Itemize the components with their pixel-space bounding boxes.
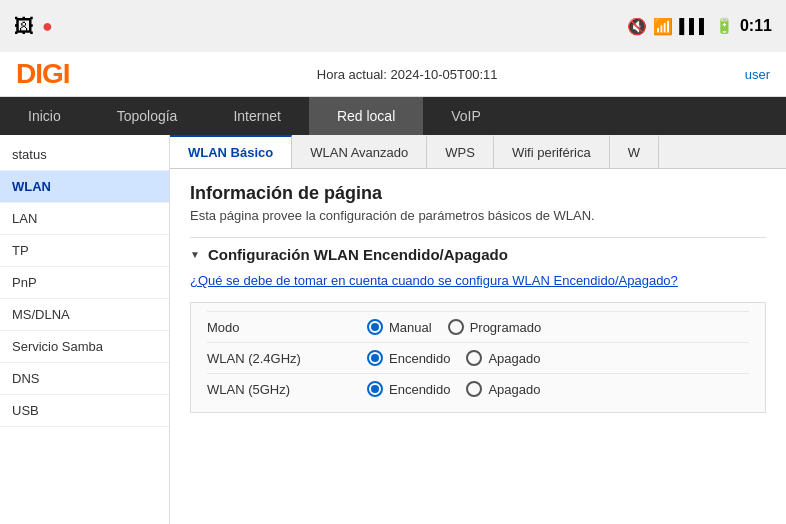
radio-apagado-5-label: Apagado <box>488 382 540 397</box>
label-wlan-24: WLAN (2.4GHz) <box>207 351 367 366</box>
tabs-bar: WLAN Básico WLAN Avanzado WPS Wifi perif… <box>170 135 786 169</box>
tab-wifi-periferica[interactable]: Wifi periférica <box>494 135 610 168</box>
tab-wlan-avanzado[interactable]: WLAN Avanzado <box>292 135 427 168</box>
tab-extra[interactable]: W <box>610 135 659 168</box>
radio-apagado-5-btn[interactable] <box>466 381 482 397</box>
radio-apagado-24[interactable]: Apagado <box>466 350 540 366</box>
sidebar-item-ms-dlna[interactable]: MS/DLNA <box>0 299 169 331</box>
sidebar-item-tp[interactable]: TP <box>0 235 169 267</box>
controls-modo: Manual Programado <box>367 319 541 335</box>
form-section: Modo Manual Programado WLAN (2 <box>190 302 766 413</box>
radio-encendido-5-btn[interactable] <box>367 381 383 397</box>
radio-manual-label: Manual <box>389 320 432 335</box>
sidebar-item-status[interactable]: status <box>0 139 169 171</box>
nav-item-internet[interactable]: Internet <box>205 97 308 135</box>
status-left-icons: 🖼 ● <box>14 15 53 38</box>
form-row-wlan-5: WLAN (5GHz) Encendido Apagado <box>207 373 749 404</box>
status-bar: 🖼 ● 🔇 📶 ▌▌▌ 🔋 0:11 <box>0 0 786 52</box>
main-layout: status WLAN LAN TP PnP MS/DLNA Servicio … <box>0 135 786 524</box>
status-right-icons: 🔇 📶 ▌▌▌ 🔋 0:11 <box>627 17 772 36</box>
nav-item-inicio[interactable]: Inicio <box>0 97 89 135</box>
nav-item-voip[interactable]: VoIP <box>423 97 509 135</box>
radio-programado-label: Programado <box>470 320 542 335</box>
circle-icon: ● <box>42 16 53 37</box>
tab-wlan-basico[interactable]: WLAN Básico <box>170 135 292 168</box>
radio-programado[interactable]: Programado <box>448 319 542 335</box>
page-desc: Esta página provee la configuración de p… <box>190 208 766 223</box>
user-link[interactable]: user <box>745 67 770 82</box>
radio-encendido-24[interactable]: Encendido <box>367 350 450 366</box>
signal-icon: ▌▌▌ <box>679 18 709 34</box>
time-display: 0:11 <box>740 17 772 35</box>
header: DIGI Hora actual: 2024-10-05T00:11 user <box>0 52 786 97</box>
triangle-icon: ▼ <box>190 249 200 260</box>
logo: DIGI <box>16 58 70 90</box>
content-area: WLAN Básico WLAN Avanzado WPS Wifi perif… <box>170 135 786 524</box>
radio-encendido-5[interactable]: Encendido <box>367 381 450 397</box>
label-modo: Modo <box>207 320 367 335</box>
radio-programado-btn[interactable] <box>448 319 464 335</box>
wifi-icon: 📶 <box>653 17 673 36</box>
section-title: Configuración WLAN Encendido/Apagado <box>208 246 508 263</box>
radio-manual-btn[interactable] <box>367 319 383 335</box>
nav-item-topologia[interactable]: Topología <box>89 97 206 135</box>
sidebar-item-wlan[interactable]: WLAN <box>0 171 169 203</box>
radio-apagado-24-btn[interactable] <box>466 350 482 366</box>
radio-apagado-5[interactable]: Apagado <box>466 381 540 397</box>
radio-manual[interactable]: Manual <box>367 319 432 335</box>
sidebar-item-servicio-samba[interactable]: Servicio Samba <box>0 331 169 363</box>
form-row-wlan-24: WLAN (2.4GHz) Encendido Apagado <box>207 342 749 373</box>
radio-encendido-5-label: Encendido <box>389 382 450 397</box>
battery-icon: 🔋 <box>715 17 734 35</box>
page-title: Información de página <box>190 183 766 204</box>
nav-item-red-local[interactable]: Red local <box>309 97 423 135</box>
radio-encendido-24-label: Encendido <box>389 351 450 366</box>
gallery-icon: 🖼 <box>14 15 34 38</box>
nav-bar: Inicio Topología Internet Red local VoIP <box>0 97 786 135</box>
current-time: Hora actual: 2024-10-05T00:11 <box>317 67 498 82</box>
radio-apagado-24-label: Apagado <box>488 351 540 366</box>
sidebar: status WLAN LAN TP PnP MS/DLNA Servicio … <box>0 135 170 524</box>
form-row-modo: Modo Manual Programado <box>207 311 749 342</box>
controls-wlan-5: Encendido Apagado <box>367 381 541 397</box>
controls-wlan-24: Encendido Apagado <box>367 350 541 366</box>
content-inner: Información de página Esta página provee… <box>170 169 786 427</box>
sidebar-item-dns[interactable]: DNS <box>0 363 169 395</box>
mute-icon: 🔇 <box>627 17 647 36</box>
section-help-link[interactable]: ¿Qué se debe de tomar en cuenta cuando s… <box>190 273 766 288</box>
label-wlan-5: WLAN (5GHz) <box>207 382 367 397</box>
sidebar-item-lan[interactable]: LAN <box>0 203 169 235</box>
divider <box>190 237 766 238</box>
sidebar-item-pnp[interactable]: PnP <box>0 267 169 299</box>
tab-wps[interactable]: WPS <box>427 135 494 168</box>
section-header: ▼ Configuración WLAN Encendido/Apagado <box>190 246 766 263</box>
sidebar-item-usb[interactable]: USB <box>0 395 169 427</box>
radio-encendido-24-btn[interactable] <box>367 350 383 366</box>
